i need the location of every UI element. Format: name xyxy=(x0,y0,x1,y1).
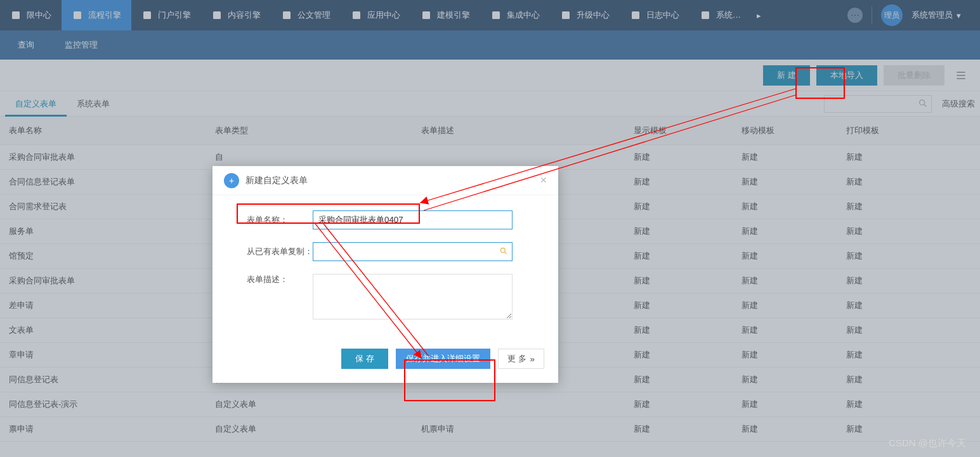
close-icon[interactable]: × xyxy=(540,174,547,187)
new-form-dialog: + 新建自定义表单 × 表单名称： 从已有表单复制： 表单描述： 保 存 保存并… xyxy=(212,166,558,383)
more-button[interactable]: 更 多» xyxy=(498,349,544,369)
label-copy-from: 从已有表单复制： xyxy=(247,246,313,257)
save-button[interactable]: 保 存 xyxy=(341,349,388,369)
form-desc-textarea[interactable] xyxy=(313,274,513,319)
lookup-icon[interactable] xyxy=(499,247,508,257)
copy-from-input[interactable] xyxy=(313,242,513,261)
svg-point-16 xyxy=(500,248,505,252)
svg-line-17 xyxy=(505,252,507,254)
label-form-name: 表单名称： xyxy=(247,214,313,226)
dialog-title: 新建自定义表单 xyxy=(245,175,308,186)
label-form-desc: 表单描述： xyxy=(247,274,313,285)
plus-circle-icon: + xyxy=(224,173,239,188)
form-name-input[interactable] xyxy=(313,210,513,229)
chevron-right-icon: » xyxy=(530,354,535,364)
save-and-enter-button[interactable]: 保存并进入详细设置 xyxy=(396,349,490,369)
